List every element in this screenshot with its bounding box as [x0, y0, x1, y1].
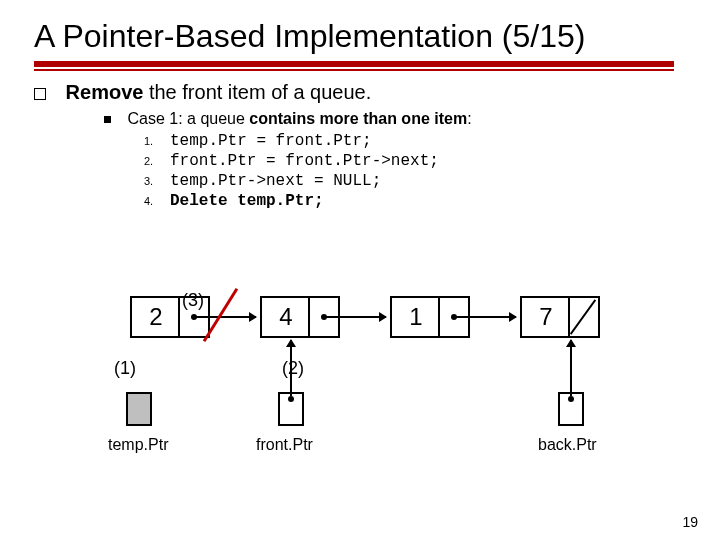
page-number: 19	[682, 514, 698, 530]
annotation-1: (1)	[114, 358, 136, 379]
hollow-square-bullet-icon	[34, 88, 46, 100]
code-steps: 1.temp.Ptr = front.Ptr; 2.front.Ptr = fr…	[144, 132, 686, 210]
arrow-next-2	[324, 316, 386, 318]
label-tempptr: temp.Ptr	[108, 436, 168, 454]
node-7: 7	[520, 296, 600, 338]
slide-title: A Pointer-Based Implementation (5/15)	[34, 18, 686, 55]
label-frontptr: front.Ptr	[256, 436, 313, 454]
arrow-next-3	[454, 316, 516, 318]
bullet-remove: Remove the front item of a queue.	[34, 81, 686, 104]
linked-list-diagram: 2 4 1 7 (3) (1) (2)	[130, 296, 690, 486]
tempptr-box	[126, 392, 152, 426]
filled-square-bullet-icon	[104, 116, 111, 123]
arrow-backptr	[570, 340, 572, 396]
annotation-2: (2)	[282, 358, 304, 379]
red-slash-icon	[190, 288, 250, 344]
title-underline	[34, 61, 674, 71]
label-backptr: back.Ptr	[538, 436, 597, 454]
bullet-case1: Case 1: a queue contains more than one i…	[104, 110, 686, 128]
null-slash-icon	[568, 298, 598, 336]
svg-line-0	[571, 300, 596, 334]
arrow-frontptr	[290, 340, 292, 396]
